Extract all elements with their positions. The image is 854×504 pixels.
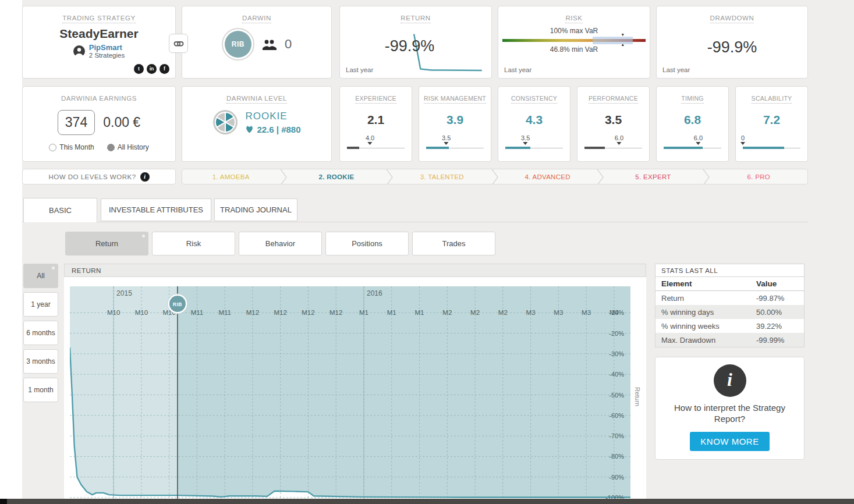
svg-text:-80%: -80% [609, 453, 624, 460]
earnings-option-label: This Month [59, 143, 94, 151]
svg-text:-20%: -20% [609, 330, 624, 337]
svg-text:M11: M11 [218, 309, 231, 316]
attribute-title[interactable]: CONSISTENCY [511, 95, 557, 104]
taskbar-corner [0, 499, 7, 504]
drawdown-value: -99.9% [657, 38, 807, 56]
know-more-button[interactable]: KNOW MORE [690, 432, 769, 451]
facebook-icon[interactable]: f [160, 64, 169, 74]
svg-text:-100%: -100% [605, 494, 624, 499]
earnings-option-all-history[interactable]: All History [107, 143, 149, 151]
svg-text:M1: M1 [359, 309, 368, 316]
investors-count: 0 [285, 37, 292, 52]
attribute-value: 3.5 [577, 113, 649, 127]
range-1-year[interactable]: 1 year [23, 292, 58, 317]
drawdown-title[interactable]: DRAWDOWN [710, 15, 754, 23]
tab-trading-journal[interactable]: TRADING JOURNAL [214, 198, 297, 221]
return-chart-panel: RETURN 20152016M10M10M10M11M11M12M12M12M… [64, 264, 646, 499]
attribute-bar-track [743, 147, 800, 149]
attribute-title[interactable]: PERFORMANCE [589, 95, 638, 104]
benchmark-marker-icon [696, 142, 700, 145]
twitter-icon[interactable]: t [134, 64, 144, 74]
taskbar-strip [0, 499, 854, 504]
risk-min-var: 46.8% min VaR [498, 45, 650, 54]
benchmark-marker-icon [740, 142, 745, 145]
linkedin-icon[interactable]: in [147, 64, 157, 74]
risk-gauge: ▼ ▲ [502, 39, 646, 42]
attribute-bar-track [347, 147, 405, 149]
attribute-bar-track [505, 147, 563, 149]
help-card: i How to interpret the Strategy Report? … [655, 357, 805, 460]
range-1-month[interactable]: 1 month [23, 378, 58, 402]
attribute-title[interactable]: TIMING [681, 95, 704, 104]
svg-text:-30%: -30% [609, 350, 624, 357]
chart-y-axis-label: Return [634, 387, 641, 406]
level-segment-expert[interactable]: 5. EXPERT [604, 169, 701, 184]
attribute-card-risk-management: RISK MANAGEMENT3.93.5 [419, 86, 491, 162]
attribute-bar-zone: 4.0 [347, 134, 405, 150]
stats-element: % winning days [655, 308, 756, 317]
help-text: How to interpret the Strategy Report? [655, 403, 804, 425]
attribute-benchmark: 3.5 [442, 134, 451, 145]
range-all[interactable]: All [23, 264, 58, 288]
return-card: RETURN -99.9% Last year [339, 6, 492, 79]
tab-investable-attributes[interactable]: INVESTABLE ATTRIBUTES [101, 198, 211, 221]
level-segment-amoeba[interactable]: 1. AMOEBA [182, 169, 279, 184]
subtab-trades[interactable]: Trades [412, 232, 495, 255]
return-chart: 20152016M10M10M10M11M11M12M12M12M12M1M1M… [70, 286, 630, 499]
trading-strategy-title[interactable]: TRADING STRATEGY [62, 15, 136, 23]
attribute-bar-fill [584, 147, 605, 149]
darwin-avatar[interactable]: RIB [222, 28, 254, 61]
how-do-levels-work-button[interactable]: HOW DO LEVELS WORK? i [22, 169, 176, 184]
benchmark-marker-icon [444, 142, 449, 145]
svg-text:2016: 2016 [367, 289, 382, 297]
stats-col-value: Value [756, 279, 804, 288]
darwinia-level-title[interactable]: DARWINIA LEVEL [226, 95, 287, 104]
stats-value: -99.99% [756, 336, 804, 345]
range-3-months[interactable]: 3 months [23, 349, 58, 374]
level-segment-rookie[interactable]: 2. ROOKIE [288, 169, 385, 184]
tab-basic[interactable]: BASIC [23, 198, 97, 222]
svg-text:-60%: -60% [609, 412, 624, 419]
attribute-bar-fill [743, 147, 784, 149]
link-icon [173, 38, 184, 49]
earnings-option-this-month[interactable]: This Month [49, 143, 94, 151]
svg-text:M1: M1 [387, 309, 396, 316]
level-score-value: 22.6 | #880 [257, 125, 300, 134]
svg-text:2015: 2015 [116, 289, 132, 297]
level-segment-pro[interactable]: 6. PRO [710, 169, 807, 184]
level-chevron-icon [279, 169, 288, 184]
subtab-positions[interactable]: Positions [325, 232, 409, 255]
earnings-period-options: This MonthAll History [23, 143, 175, 151]
owner-link[interactable]: PipSmart [89, 43, 125, 52]
level-segment-talented[interactable]: 3. TALENTED [394, 169, 491, 184]
svg-text:M12: M12 [329, 309, 342, 316]
attribute-bar-zone: 6.0 [664, 134, 721, 150]
risk-period: Last year [504, 66, 531, 73]
attribute-benchmark: 6.0 [615, 134, 623, 145]
attribute-bar-zone: 6.0 [584, 134, 642, 150]
benchmark-marker-icon [616, 142, 621, 145]
attribute-title[interactable]: EXPERIENCE [355, 95, 396, 104]
attribute-value: 2.1 [340, 113, 412, 127]
subtab-risk[interactable]: Risk [152, 232, 235, 255]
subtab-behavior[interactable]: Behavior [239, 232, 322, 255]
darwin-title[interactable]: DARWIN [242, 15, 271, 23]
range-6-months[interactable]: 6 months [23, 321, 58, 345]
attribute-title[interactable]: SCALABILITY [752, 95, 792, 104]
subtab-return[interactable]: Return [65, 232, 148, 255]
chart-header: RETURN [64, 264, 646, 277]
risk-title[interactable]: RISK [565, 15, 582, 23]
attribute-benchmark-value: 4.0 [366, 134, 374, 141]
attribute-bar-zone: 3.5 [426, 134, 484, 150]
link-button[interactable] [169, 34, 188, 53]
attribute-value: 4.3 [498, 113, 570, 127]
level-segment-advanced[interactable]: 4. ADVANCED [499, 169, 596, 184]
attribute-title[interactable]: RISK MANAGEMENT [424, 95, 486, 104]
darwin-card: DARWIN RIB 0 [182, 6, 332, 79]
risk-max-var: 100% max VaR [498, 27, 650, 35]
svg-text:M10: M10 [107, 309, 120, 316]
benchmark-marker-icon [368, 142, 373, 145]
stats-header-row: ElementValue [655, 277, 804, 291]
svg-text:-50%: -50% [609, 392, 624, 399]
risk-highlight-range[interactable] [593, 37, 633, 44]
